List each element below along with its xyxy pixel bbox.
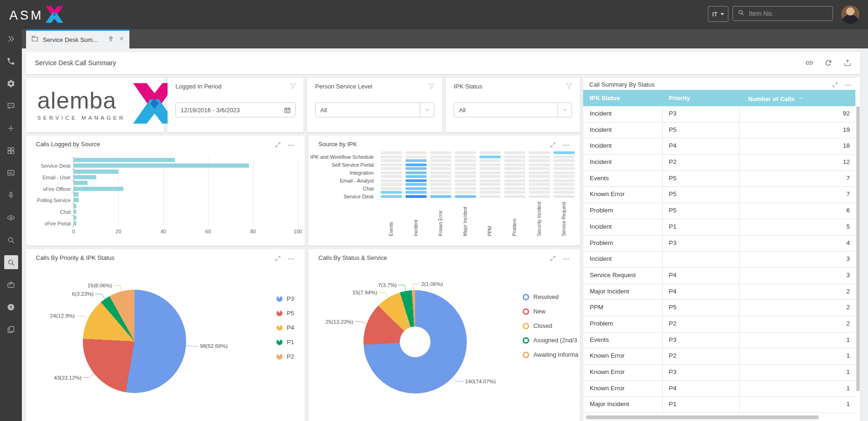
column-header-priority[interactable]: Priority (669, 95, 690, 102)
sidebar-item-chat[interactable] (0, 98, 22, 114)
sidebar-item-expand-sidebar[interactable] (0, 31, 22, 47)
cell-r11-c3[interactable] (455, 195, 476, 198)
cell-r10-c5[interactable] (504, 191, 525, 194)
cell-r1-c7[interactable] (553, 156, 575, 158)
cell-r4-c3[interactable] (455, 167, 476, 170)
column-header-number-of-calls[interactable]: Number of Calls (748, 95, 804, 103)
cell-r2-c4[interactable] (479, 159, 501, 162)
cell-r6-c6[interactable] (529, 175, 550, 178)
cell-r1-c2[interactable] (430, 156, 451, 158)
cell-r9-c0[interactable] (381, 187, 402, 190)
sidebar-item-phone[interactable] (0, 53, 22, 69)
bar-Service Desk-1[interactable] (74, 163, 249, 168)
cell-r3-c3[interactable] (455, 163, 476, 166)
tab-locate-icon[interactable] (107, 35, 114, 44)
cell-r8-c6[interactable] (529, 183, 550, 186)
sidebar-item-modules[interactable] (0, 143, 22, 158)
cell-r1-c3[interactable] (455, 156, 476, 158)
refresh-icon[interactable] (824, 59, 833, 69)
cell-r9-c4[interactable] (479, 187, 501, 190)
table-row[interactable]: Incident 3 (583, 251, 855, 268)
cell-r11-c0[interactable] (381, 195, 402, 198)
cell-r9-c7[interactable] (553, 187, 575, 190)
table-row[interactable]: Service Request P4 3 (583, 268, 855, 284)
date-range-input[interactable]: 12/19/2016 - 3/6/2023 (175, 102, 296, 117)
bar-sub-4[interactable] (74, 181, 87, 185)
cell-r7-c2[interactable] (430, 179, 451, 182)
cell-r2-c7[interactable] (553, 159, 575, 162)
bar-vFire Portal-11[interactable] (74, 221, 76, 225)
cell-r9-c1[interactable] (405, 187, 427, 190)
table-row[interactable]: Incident P4 18 (583, 138, 855, 155)
table-row[interactable]: Known Error P5 7 (583, 187, 855, 203)
cell-r1-c0[interactable] (381, 156, 402, 158)
table-row[interactable]: Known Error P4 1 (583, 381, 855, 397)
cell-r0-c0[interactable] (381, 151, 402, 154)
cell-r3-c6[interactable] (529, 163, 550, 166)
cell-r9-c2[interactable] (430, 187, 451, 190)
cell-r0-c6[interactable] (529, 151, 550, 154)
expand-icon[interactable] (832, 81, 838, 91)
cell-r9-c5[interactable] (504, 187, 525, 190)
cell-r8-c5[interactable] (504, 183, 525, 186)
cell-r10-c0[interactable] (381, 191, 402, 194)
cell-r4-c5[interactable] (504, 167, 525, 170)
table-row[interactable]: Incident P5 19 (583, 122, 855, 139)
bar-vFire Officer-5[interactable] (74, 187, 123, 191)
cell-r5-c7[interactable] (553, 171, 575, 174)
cell-r7-c5[interactable] (504, 179, 525, 182)
table-row[interactable]: Problem P3 4 (583, 236, 855, 252)
cell-r5-c0[interactable] (381, 171, 402, 174)
cell-r8-c7[interactable] (553, 183, 575, 186)
cell-r6-c7[interactable] (553, 175, 575, 178)
person-service-level-select[interactable]: All (315, 102, 434, 117)
cell-r4-c6[interactable] (529, 167, 550, 170)
bar-Chat-9[interactable] (74, 210, 76, 214)
sort-desc-icon[interactable] (797, 95, 804, 103)
sidebar-item-watch[interactable] (0, 210, 22, 225)
cell-r10-c7[interactable] (553, 191, 575, 194)
cell-r7-c0[interactable] (381, 179, 402, 182)
cell-r11-c4[interactable] (479, 195, 501, 198)
cell-r11-c7[interactable] (553, 195, 575, 198)
cell-r8-c3[interactable] (455, 183, 476, 186)
cell-r7-c7[interactable] (553, 179, 575, 182)
cell-r3-c4[interactable] (479, 163, 501, 166)
bar-sub-8[interactable] (74, 204, 76, 208)
chevron-down-icon[interactable] (558, 103, 572, 117)
item-search-input[interactable] (748, 9, 828, 18)
table-row[interactable]: Incident P2 12 (583, 155, 855, 171)
cell-r9-c6[interactable] (529, 187, 550, 190)
sidebar-item-open-windows[interactable] (0, 321, 22, 337)
cell-r3-c1[interactable] (405, 163, 427, 166)
sidebar-item-toolbox[interactable] (0, 277, 22, 292)
cell-r11-c1[interactable] (405, 195, 427, 198)
more-options-icon[interactable] (844, 81, 852, 91)
sidebar-item-help[interactable]: ? (0, 299, 22, 315)
legend-item-closed[interactable]: Closed (523, 322, 552, 329)
cell-r0-c7[interactable] (553, 151, 575, 154)
cell-r6-c0[interactable] (381, 175, 402, 178)
cell-r2-c2[interactable] (430, 159, 451, 162)
cell-r2-c3[interactable] (455, 159, 476, 162)
legend-item-p1[interactable]: P1 (276, 339, 294, 346)
cell-r0-c3[interactable] (455, 151, 476, 154)
cell-r3-c0[interactable] (381, 163, 402, 166)
cell-r0-c5[interactable] (504, 151, 525, 154)
cell-r0-c1[interactable] (405, 151, 427, 154)
cell-r7-c4[interactable] (479, 179, 501, 182)
cell-r1-c5[interactable] (504, 156, 525, 158)
legend-item-p5[interactable]: P5 (276, 310, 294, 317)
table-row[interactable]: Known Error P2 1 (583, 348, 855, 365)
cell-r10-c4[interactable] (479, 191, 501, 194)
cell-r4-c2[interactable] (430, 167, 451, 170)
cell-r8-c4[interactable] (479, 183, 501, 186)
bar-Email - User-3[interactable] (74, 175, 96, 179)
tab-service-desk-summary[interactable]: Service Desk Sum... (26, 29, 129, 48)
cell-r4-c4[interactable] (479, 167, 501, 170)
legend-item-awaiting-informa[interactable]: Awaiting Informa (523, 351, 579, 358)
cell-r4-c0[interactable] (381, 167, 402, 170)
funnel-icon[interactable] (427, 82, 436, 92)
horizontal-scrollbar[interactable] (586, 415, 819, 419)
cell-r2-c0[interactable] (381, 159, 402, 162)
